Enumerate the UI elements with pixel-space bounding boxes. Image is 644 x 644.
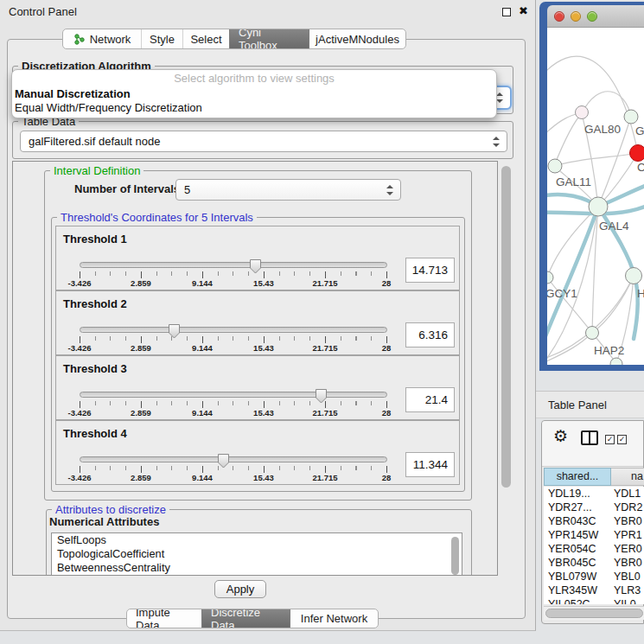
settings-scroll-viewport: Interval Definition Number of Intervals … [12,161,498,576]
threshold-1-value-field[interactable]: 14.713 [405,258,455,283]
table-row[interactable]: YER054C YER0 [544,542,644,556]
table-rows: YDL19... YDL1 YDR27... YDR2 YBR043C YBR0… [544,487,644,604]
zoom-traffic-light-icon[interactable] [587,11,597,22]
tick-label: 28 [382,473,392,482]
node-gal11[interactable] [548,159,562,173]
cell-shared-name: YLR345W [544,583,611,597]
attributes-group-title: Attributes to discretize [52,503,169,516]
threshold-3-label: Threshold 3 [63,362,127,375]
table-row[interactable]: YLR345W YLR3 [544,583,644,597]
threshold-4-slider-handle[interactable] [217,453,230,469]
threshold-1-slider-handle[interactable] [249,258,262,274]
settings-vertical-scrollbar[interactable] [501,161,513,576]
table-data-combobox[interactable]: galFiltered.sif default node [20,131,507,152]
threshold-coordinates-title: Threshold's Coordinates for 5 Intervals [57,211,257,224]
checkbox-icon[interactable]: ✓ [617,435,627,444]
column-header-shared-name[interactable]: shared... [544,468,611,486]
cell-shared-name: YDL19... [544,487,611,501]
tick-label: -3.426 [68,473,92,482]
table-row[interactable]: YBL079W YBL0 [544,570,644,583]
node-gcy1[interactable] [547,271,553,284]
minimize-traffic-light-icon[interactable] [571,11,581,22]
gear-icon[interactable]: ⚙ [553,426,568,446]
tab-network-label: Network [90,33,131,46]
number-of-intervals-label: Number of Intervals [74,182,180,195]
column-header-name[interactable]: na [611,468,644,486]
threshold-4-value-field[interactable]: 11.344 [405,452,455,477]
list-item-selfloops[interactable]: SelfLoops [52,533,462,547]
close-icon[interactable]: ✖ [519,4,528,17]
tick-label: 2.859 [131,278,151,288]
table-row[interactable]: YIL052C YIL0 [544,597,644,604]
network-icon [73,34,85,45]
table-row[interactable]: YBR043C YBR0 [544,514,644,528]
node-bottom[interactable] [610,358,622,365]
threshold-3-slider-handle[interactable] [315,388,328,404]
list-scrollbar[interactable] [451,537,460,576]
network-canvas[interactable]: GAL80 GA C GAL11 GAL4 GCY1 H HAP2 [547,28,644,365]
cell-shared-name: YBR045C [544,556,611,570]
slider-ticks [80,271,388,278]
table-row[interactable]: YBR045C YBR0 [544,556,644,570]
checkbox-icon[interactable]: ✓ [605,435,615,444]
control-panel: Control Panel ✖ Network Style Sel [0,0,536,631]
tick-label: 28 [382,278,392,288]
cell-name: YLR3 [611,583,644,597]
list-item-betweennesscentrality[interactable]: BetweennessCentrality [52,561,462,575]
tab-jactivemnodules[interactable]: jActiveMNodules [309,29,405,48]
dropdown-option-equal-width[interactable]: Equal Width/Frequency Discretization [12,101,496,115]
numerical-attributes-list: SelfLoops TopologicalCoefficient Between… [51,532,462,576]
tick-label: 15.43 [253,473,274,482]
tab-infer-network[interactable]: Infer Network [290,609,378,628]
tick-label: 21.715 [312,278,337,288]
threshold-2-slider-handle[interactable] [168,323,181,339]
table-panel-body: ⚙ ✓ ✓ shared... na YDL19... YDL1 YDR27..… [541,420,644,624]
tab-style[interactable]: Style [141,29,182,48]
interval-definition-title: Interval Definition [50,164,143,177]
number-of-intervals-combobox[interactable]: 5 [175,179,401,201]
node-gal4[interactable] [589,197,608,216]
top-tab-bar: Network Style Select Cyni Toolbox jActiv… [62,29,406,49]
table-horizontal-scrollbar[interactable] [544,606,644,620]
table-row[interactable]: YDR27... YDR2 [544,501,644,514]
node-ga[interactable] [624,110,638,124]
dropdown-option-manual[interactable]: Manual Discretization [12,87,496,101]
cell-shared-name: YBL079W [544,570,611,583]
network-view-window[interactable]: GAL80 GA C GAL11 GAL4 GCY1 H HAP2 [539,2,644,371]
node-h[interactable] [626,268,642,284]
threshold-3-value-field[interactable]: 21.4 [405,387,455,412]
close-traffic-light-icon[interactable] [554,11,564,22]
threshold-2-slider[interactable] [80,327,387,333]
node-label-h: H [637,287,644,300]
threshold-3-slider[interactable] [80,392,387,398]
apply-button[interactable]: Apply [214,580,266,598]
tick-label: 21.715 [312,408,337,418]
tab-cyni-toolbox[interactable]: Cyni Toolbox [229,29,309,48]
bottom-tab-bar: Impute Data Discretize Data Infer Networ… [126,609,379,628]
float-window-icon[interactable] [502,8,511,16]
split-panel-icon[interactable] [581,430,598,445]
node-label-gal11: GAL11 [556,175,591,188]
tab-select[interactable]: Select [182,29,229,48]
tick-label: 9.144 [192,343,213,353]
list-item-topologicalcoefficient[interactable]: TopologicalCoefficient [52,547,462,561]
tab-impute-data[interactable]: Impute Data [127,609,201,628]
cell-name: YPR1 [611,528,644,542]
tab-discretize-data-label: Discretize Data [211,609,281,628]
threshold-2-value-field[interactable]: 6.316 [405,322,455,348]
node-selected-red[interactable] [630,145,644,162]
node-hap2[interactable] [586,327,599,340]
table-data-group: Table Data galFiltered.sif default node [12,121,513,159]
threshold-4-slider[interactable] [80,456,387,462]
threshold-2-label: Threshold 2 [63,297,127,310]
table-header: shared... na [544,468,644,486]
table-row[interactable]: YDL19... YDL1 [544,487,644,501]
table-row[interactable]: YPR145W YPR1 [544,528,644,542]
tab-network[interactable]: Network [63,29,141,48]
table-toolbar: ⚙ ✓ ✓ [542,421,643,467]
threshold-1-slider[interactable] [80,262,387,268]
node-gal80[interactable] [576,106,589,119]
tick-label: 9.144 [192,408,213,418]
tab-discretize-data[interactable]: Discretize Data [201,609,290,628]
tab-cyni-toolbox-label: Cyni Toolbox [239,29,300,49]
